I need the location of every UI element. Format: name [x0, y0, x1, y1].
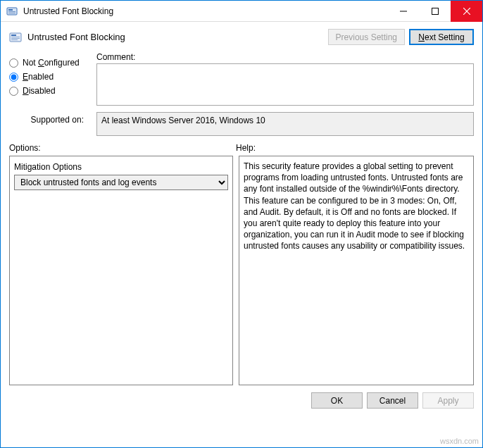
options-label: Options: [9, 143, 236, 153]
svg-rect-10 [11, 37, 20, 37]
svg-rect-5 [432, 8, 438, 14]
help-pane: This security feature provides a global … [239, 156, 474, 385]
minimize-button[interactable] [387, 1, 419, 22]
policy-title: Untrusted Font Blocking [27, 32, 324, 42]
policy-icon [9, 31, 22, 44]
radio-not-configured[interactable]: Not Configured [9, 58, 87, 68]
dialog-footer: OK Cancel Apply [1, 385, 482, 411]
mitigation-options-select[interactable]: Block untrusted fonts and log events [14, 175, 228, 190]
state-radio-group: Not Configured Enabled Disabled [9, 52, 87, 108]
mitigation-options-label: Mitigation Options [14, 162, 228, 172]
radio-disabled[interactable]: Disabled [9, 86, 87, 96]
svg-rect-2 [8, 11, 15, 12]
maximize-button[interactable] [419, 1, 451, 22]
comment-field[interactable] [96, 63, 474, 106]
radio-disabled-input[interactable] [9, 87, 18, 96]
help-text: This security feature provides a global … [244, 161, 465, 251]
svg-rect-11 [11, 38, 20, 39]
app-icon [6, 6, 18, 17]
radio-not-configured-input[interactable] [9, 58, 18, 68]
svg-rect-3 [8, 13, 15, 13]
radio-enabled-input[interactable] [9, 73, 18, 82]
svg-rect-1 [8, 9, 13, 11]
help-label: Help: [236, 143, 474, 153]
supported-on-label: Supported on: [9, 112, 87, 125]
radio-enabled[interactable]: Enabled [9, 72, 87, 82]
svg-rect-12 [11, 39, 18, 40]
comment-label: Comment: [96, 52, 474, 62]
svg-rect-9 [11, 35, 16, 36]
cancel-button[interactable]: Cancel [367, 392, 418, 409]
apply-button: Apply [422, 392, 474, 409]
previous-setting-button: Previous Setting [328, 29, 405, 45]
supported-on-value: At least Windows Server 2016, Windows 10 [96, 112, 474, 136]
watermark: wsxdn.com [440, 437, 479, 445]
window-title: Untrusted Font Blocking [23, 6, 113, 16]
ok-button[interactable]: OK [311, 392, 363, 409]
close-button[interactable] [451, 1, 482, 22]
title-bar: Untrusted Font Blocking [1, 1, 482, 22]
next-setting-button[interactable]: Next Setting [409, 29, 474, 45]
options-pane: Mitigation Options Block untrusted fonts… [9, 156, 233, 385]
